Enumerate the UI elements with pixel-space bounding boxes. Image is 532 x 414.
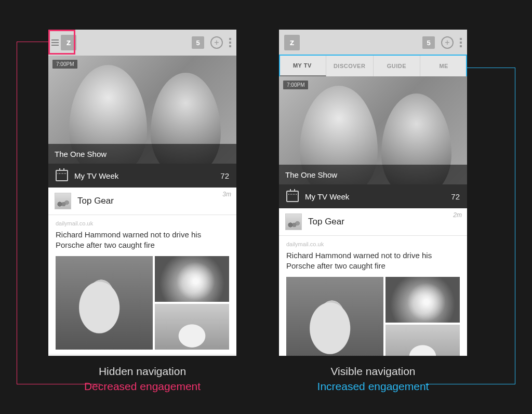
caption-sub: Decreased engagement [48,379,236,394]
app-logo: z [61,35,76,50]
callout-line-right [467,68,515,384]
featured-show-banner[interactable]: 7:00PM The One Show [279,76,467,184]
appbar: z 5 + [279,30,467,56]
add-button[interactable]: + [441,36,454,49]
screen-visible-nav: z 5 + MY TV DISCOVER GUIDE ME 7:00PM The… [279,30,467,356]
mytvweek-label: My TV Week [305,192,349,201]
article-card[interactable]: dailymail.co.uk Richard Hammond warned n… [48,215,236,354]
caption-sub: Increased engagement [279,379,467,394]
screen-hidden-nav: z 5 + 7:00PM The One Show My TV Week 72 … [48,30,236,356]
caption-title: Visible navigation [279,364,467,379]
featured-show-title: The One Show [48,144,236,164]
featured-show-title: The One Show [279,165,467,184]
article-card[interactable]: dailymail.co.uk Richard Hammond warned n… [279,236,467,356]
article-headline: Richard Hammond warned not to drive his … [286,250,460,272]
mytvweek-count: 72 [220,171,229,180]
caption-hidden-nav: Hidden navigation Decreased engagement [48,364,236,394]
tab-me[interactable]: ME [420,56,467,76]
show-thumbnail [285,213,302,230]
appbar: z 5 + [48,30,236,56]
overflow-menu-icon[interactable] [229,38,231,47]
tab-guide[interactable]: GUIDE [374,56,421,76]
article-source: dailymail.co.uk [56,220,229,226]
app-logo[interactable]: z [284,35,300,50]
tab-my-tv[interactable]: MY TV [279,56,326,76]
comparison-canvas: z 5 + 7:00PM The One Show My TV Week 72 … [0,0,532,414]
overflow-menu-icon[interactable] [460,38,462,47]
calendar-icon [56,170,68,181]
notification-badge[interactable]: 5 [192,36,204,49]
featured-show-banner[interactable]: 7:00PM The One Show [48,56,236,164]
callout-line-left [17,42,48,384]
article-headline: Richard Hammond warned not to drive his … [56,230,229,251]
calendar-icon [286,191,299,202]
mytvweek-row[interactable]: My TV Week 72 [279,184,467,208]
notification-badge[interactable]: 5 [422,36,435,49]
hamburger-menu-button[interactable]: z [51,35,76,50]
show-card-header[interactable]: Top Gear 2m [279,208,467,236]
mytvweek-row[interactable]: My TV Week 72 [48,164,236,188]
article-image-grid [56,256,229,350]
caption-title: Hidden navigation [48,364,236,379]
show-time-chip: 7:00PM [52,60,77,69]
nav-tabs: MY TV DISCOVER GUIDE ME [279,56,467,76]
show-card-title: Top Gear [77,196,114,206]
show-thumbnail [55,193,71,209]
show-card-timestamp: 2m [453,211,462,219]
show-card-timestamp: 3m [222,191,231,198]
show-card-title: Top Gear [308,217,344,227]
hamburger-icon [51,39,59,46]
show-card-header[interactable]: Top Gear 3m [48,188,236,215]
caption-visible-nav: Visible navigation Increased engagement [279,364,467,394]
tab-discover[interactable]: DISCOVER [326,56,374,76]
article-source: dailymail.co.uk [286,241,460,247]
mytvweek-count: 72 [451,192,460,201]
article-image-grid [286,277,460,356]
show-time-chip: 7:00PM [283,81,308,89]
mytvweek-label: My TV Week [74,171,118,180]
add-button[interactable]: + [210,36,223,49]
